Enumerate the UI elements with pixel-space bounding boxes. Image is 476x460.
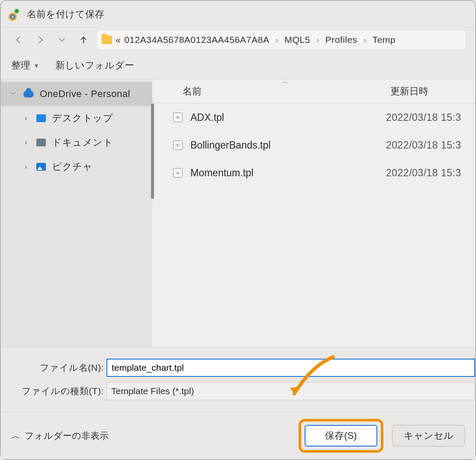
app-icon: 5 [8,8,21,21]
nav-back-button[interactable] [10,31,28,49]
chevron-right-icon: › [314,35,322,45]
tree-item-desktop[interactable]: › デスクトップ [1,106,152,130]
organize-label: 整理 [11,59,30,72]
chevron-right-icon[interactable]: › [22,139,30,146]
tree-root-label: OneDrive - Personal [40,88,130,100]
toggle-folder-pane[interactable]: ︿ フォルダーの非表示 [11,430,109,442]
desktop-icon [36,114,46,122]
organize-menu[interactable]: 整理 [11,59,38,72]
address-bar[interactable]: « 012A34A5678A0123AA456A7A8A › MQL5 › Pr… [96,30,466,50]
nav-row: « 012A34A5678A0123AA456A7A8A › MQL5 › Pr… [1,28,475,52]
column-header-name[interactable]: 名前 [152,85,386,98]
file-modified: 2022/03/18 15:3 [386,167,461,179]
bottom-panel: ファイル名(N): ファイルの種類(T): Template Files (*.… [1,347,475,459]
tree-item-label: ピクチャ [52,160,93,173]
sort-indicator-icon: ︿ [282,78,288,86]
tree-item-label: デスクトップ [52,112,113,125]
footer: ︿ フォルダーの非表示 保存(S) キャンセル [1,411,475,459]
tree-item-label: ドキュメント [52,136,113,149]
picture-icon [36,163,46,171]
chevron-right-icon: › [273,35,281,45]
nav-up-button[interactable] [74,31,93,49]
titlebar: 5 名前を付けて保存 [1,1,475,28]
new-folder-button[interactable]: 新しいフォルダー [55,59,134,72]
breadcrumb-overflow[interactable]: « [116,35,121,45]
file-row[interactable]: ≈ Momentum.tpl 2022/03/18 15:3 [152,159,475,187]
filetype-label: ファイルの種類(T): [1,385,106,397]
cancel-button[interactable]: キャンセル [392,425,465,447]
filename-row: ファイル名(N): [1,359,475,382]
document-icon [36,139,46,146]
file-row[interactable]: ≈ BollingerBands.tpl 2022/03/18 15:3 [152,131,475,159]
filetype-row: ファイルの種類(T): Template Files (*.tpl) [1,382,475,405]
file-row[interactable]: ≈ ADX.tpl 2022/03/18 15:3 [152,104,475,131]
tree-item-documents[interactable]: › ドキュメント [1,130,152,155]
onedrive-icon [23,91,34,97]
column-header-modified[interactable]: 更新日時 [386,85,475,98]
template-file-icon: ≈ [173,168,183,178]
toolbar: 整理 新しいフォルダー [1,52,475,79]
chevron-right-icon[interactable]: › [22,114,30,122]
filename-input[interactable] [106,359,475,377]
breadcrumb-segment[interactable]: MQL5 [284,35,310,45]
breadcrumb-segment[interactable]: Profiles [325,35,357,45]
cancel-button-label: キャンセル [404,429,453,442]
breadcrumb-segment[interactable]: Temp [373,35,396,45]
toggle-folder-label: フォルダーの非表示 [25,430,109,442]
folder-icon [102,36,112,44]
chevron-up-icon: ︿ [11,430,20,442]
save-button[interactable]: 保存(S) [305,425,377,447]
file-name: ADX.tpl [190,112,386,123]
file-modified: 2022/03/18 15:3 [386,112,461,123]
dialog-title: 名前を付けて保存 [27,8,104,21]
folder-tree: ﹀ OneDrive - Personal › デスクトップ › ドキュメント … [1,79,152,347]
svg-point-4 [16,10,18,12]
svg-text:5: 5 [12,15,14,19]
filetype-value: Template Files (*.tpl) [111,386,194,396]
chevron-down-icon[interactable]: ﹀ [9,90,17,99]
template-file-icon: ≈ [173,113,183,122]
column-header-row: ︿ 名前 更新日時 [152,79,475,104]
filename-label: ファイル名(N): [1,362,106,374]
filetype-select[interactable]: Template Files (*.tpl) [106,382,475,400]
nav-forward-button[interactable] [31,31,49,49]
breadcrumb-segment[interactable]: 012A34A5678A0123AA456A7A8A [124,35,269,45]
save-button-label: 保存(S) [325,429,357,442]
file-list-pane: ︿ 名前 更新日時 ≈ ADX.tpl 2022/03/18 15:3 ≈ Bo… [152,79,475,347]
file-modified: 2022/03/18 15:3 [386,139,461,151]
save-as-dialog: 5 名前を付けて保存 « 012A34A5678A0123AA456A7A8A … [0,0,476,460]
new-folder-label: 新しいフォルダー [55,59,134,72]
tree-root-onedrive[interactable]: ﹀ OneDrive - Personal [1,82,152,106]
chevron-right-icon[interactable]: › [22,163,30,171]
nav-recent-dropdown[interactable] [53,31,71,49]
save-button-highlight: 保存(S) [299,419,383,453]
file-name: BollingerBands.tpl [190,139,386,151]
file-name: Momentum.tpl [190,167,386,179]
chevron-right-icon: › [361,35,369,45]
tree-item-pictures[interactable]: › ピクチャ [1,155,152,179]
template-file-icon: ≈ [173,140,183,150]
sidebar-scrollbar[interactable] [151,104,154,199]
body-split: ﹀ OneDrive - Personal › デスクトップ › ドキュメント … [1,79,475,347]
